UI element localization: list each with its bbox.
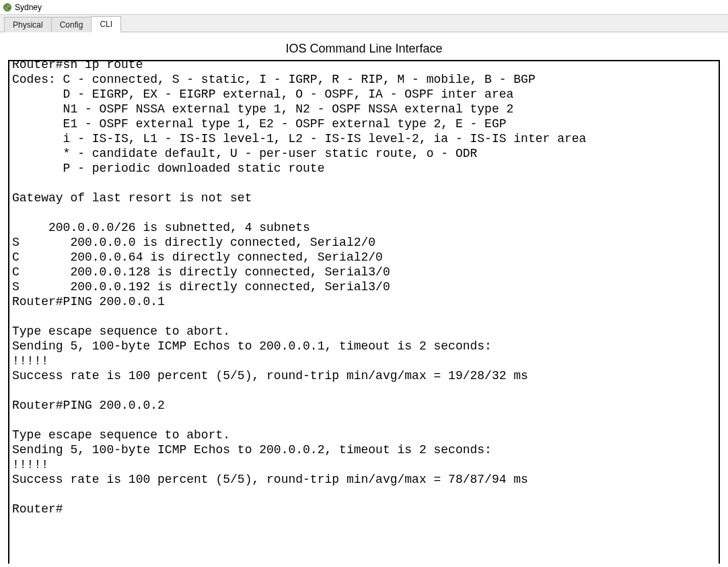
cli-terminal[interactable]: Router#sh ip route Codes: C - connected,… [9,60,719,516]
panel-title: IOS Command Line Interface [0,32,728,60]
svg-point-2 [8,7,9,9]
tab-label: Physical [13,20,43,30]
tab-physical[interactable]: Physical [4,17,52,32]
window-titlebar: Sydney [0,0,728,15]
svg-point-0 [4,3,11,11]
device-tabs: Physical Config CLI [0,15,728,32]
app-icon [3,3,12,12]
tab-cli[interactable]: CLI [91,16,121,32]
tab-label: Config [60,20,83,30]
terminal-frame: Router#sh ip route Codes: C - connected,… [8,60,720,564]
window-title: Sydney [15,3,42,12]
cli-panel: IOS Command Line Interface Router#sh ip … [0,32,728,564]
svg-point-1 [5,5,7,7]
tab-config[interactable]: Config [51,17,92,32]
tab-label: CLI [100,20,112,29]
